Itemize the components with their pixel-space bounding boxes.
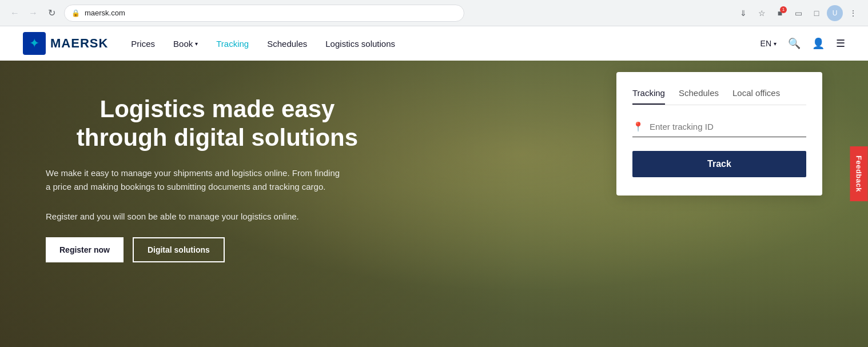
tracking-input-area: 📍: [632, 121, 806, 137]
user-icon: 👤: [812, 37, 825, 50]
nav-schedules[interactable]: Schedules: [267, 39, 307, 49]
browser-nav-buttons: ← → ↻: [7, 5, 59, 21]
track-button[interactable]: Track: [632, 151, 806, 177]
account-button[interactable]: 👤: [812, 37, 825, 50]
hamburger-icon: ☰: [836, 37, 845, 50]
tracking-widget: Tracking Schedules Local offices 📍 Track: [616, 72, 822, 196]
register-now-button[interactable]: Register now: [46, 237, 124, 262]
chevron-down-icon: ▾: [195, 41, 198, 47]
nav-tracking[interactable]: Tracking: [216, 39, 249, 49]
hero-page: ✦ MAERSK Prices Book ▾ Tracking Schedule…: [0, 26, 868, 347]
back-button[interactable]: ←: [7, 5, 23, 21]
forward-button[interactable]: →: [25, 5, 41, 21]
hero-title: Logistics made easy through digital solu…: [46, 95, 389, 153]
hero-subtitle: We make it easy to manage your shipments…: [46, 166, 343, 194]
feedback-tab[interactable]: Feedback: [850, 146, 868, 201]
extension-badge-count: 1: [780, 6, 787, 13]
lock-icon: 🔒: [71, 9, 80, 17]
nav-prices[interactable]: Prices: [131, 39, 155, 49]
location-pin-icon: 📍: [632, 121, 644, 132]
language-selector[interactable]: EN ▾: [761, 39, 777, 48]
address-bar[interactable]: 🔒 maersk.com: [64, 5, 464, 22]
url-text: maersk.com: [85, 9, 125, 17]
menu-hamburger-button[interactable]: ☰: [836, 37, 845, 50]
tracking-id-input[interactable]: [650, 122, 806, 131]
tab-tracking[interactable]: Tracking: [632, 88, 665, 105]
nav-book[interactable]: Book ▾: [173, 39, 198, 49]
profile-avatar[interactable]: U: [827, 5, 843, 21]
maersk-brand-name: MAERSK: [50, 36, 108, 51]
tab-schedules[interactable]: Schedules: [679, 88, 719, 105]
nav-right: EN ▾ 🔍 👤 ☰: [761, 37, 845, 50]
hero-register-text: Register and you will soon be able to ma…: [46, 210, 343, 224]
tab-local-offices[interactable]: Local offices: [732, 88, 780, 105]
hero-content: Logistics made easy through digital solu…: [0, 61, 389, 262]
puzzle-icon[interactable]: ▭: [790, 5, 806, 21]
nav-links: Prices Book ▾ Tracking Schedules Logisti…: [131, 39, 395, 49]
extension-icon[interactable]: ■ 1: [772, 5, 788, 21]
search-icon: 🔍: [788, 37, 801, 50]
reload-button[interactable]: ↻: [43, 5, 59, 21]
download-icon[interactable]: ⇓: [735, 5, 751, 21]
browser-chrome: ← → ↻ 🔒 maersk.com ⇓ ☆ ■ 1 ▭ □ U ⋮: [0, 0, 868, 26]
digital-solutions-button[interactable]: Digital solutions: [133, 237, 225, 262]
maersk-star-logo: ✦: [23, 32, 46, 55]
logo-area[interactable]: ✦ MAERSK: [23, 32, 108, 55]
sidebar-icon[interactable]: □: [809, 5, 825, 21]
hero-buttons: Register now Digital solutions: [46, 237, 389, 262]
browser-actions: ⇓ ☆ ■ 1 ▭ □ U ⋮: [735, 5, 861, 21]
lang-label: EN: [761, 39, 771, 48]
star-icon: ✦: [29, 36, 39, 51]
widget-tabs: Tracking Schedules Local offices: [632, 88, 806, 105]
bookmark-icon[interactable]: ☆: [754, 5, 770, 21]
search-button[interactable]: 🔍: [788, 37, 801, 50]
chevron-down-icon: ▾: [774, 41, 777, 47]
menu-icon[interactable]: ⋮: [845, 5, 861, 21]
nav-logistics-solutions[interactable]: Logistics solutions: [325, 39, 395, 49]
navbar: ✦ MAERSK Prices Book ▾ Tracking Schedule…: [0, 26, 868, 61]
